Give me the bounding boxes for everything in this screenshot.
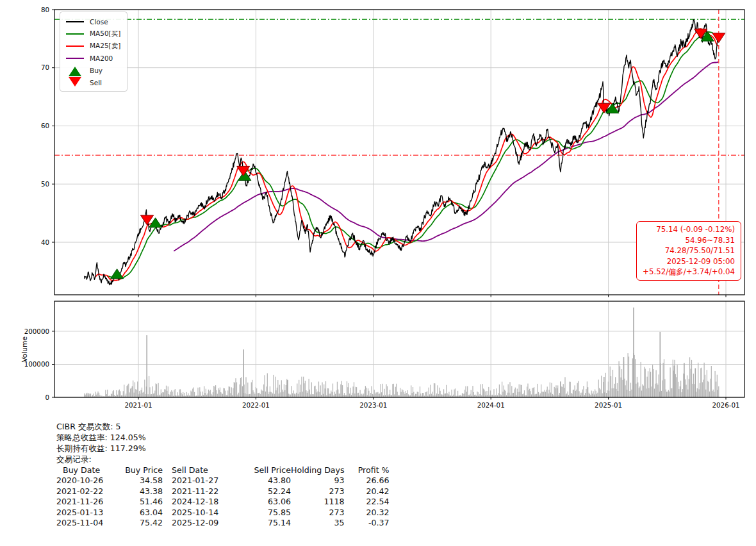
y-tick-label: 40 (41, 238, 49, 246)
x-tick-label: 2023-01 (359, 401, 387, 409)
legend-marker-swatch (65, 67, 85, 74)
trade-col-header: Buy Price (122, 465, 163, 476)
trade-row: 2021-11-2651.462024-12-1863.06111822.54 (56, 497, 390, 507)
legend-label: Close (90, 18, 108, 26)
trade-cell: 20.42 (345, 486, 390, 497)
trade-cell: 34.58 (122, 476, 163, 486)
legend-label: MA50[买] (90, 29, 120, 38)
trade-table-header: Buy DateBuy PriceSell DateSell PriceHold… (56, 465, 390, 476)
annotation-line-2: 54.96~78.31 (643, 235, 735, 246)
strategy-summary: CIBR 交易次数: 5策略总收益率: 124.05%长期持有收益: 117.2… (56, 421, 390, 528)
price-annotation-box: 75.14 (-0.09 -0.12%)54.96~78.3174.28/75.… (636, 221, 741, 281)
legend-label: MA25[卖] (90, 42, 120, 51)
trade-row: 2025-01-1363.042025-10-1475.8527320.32 (56, 508, 390, 518)
y-tick-label: 50 (41, 180, 49, 188)
summary-lines: CIBR 交易次数: 5策略总收益率: 124.05%长期持有收益: 117.2… (56, 421, 390, 465)
y-tick-label: 80 (41, 6, 49, 13)
trade-col-header: Profit % (345, 465, 390, 476)
trade-cell: 20.32 (345, 508, 390, 518)
legend-line-swatch (65, 58, 85, 59)
legend-item-sell: Sell (65, 76, 120, 88)
legend-item-close: Close (65, 15, 120, 28)
trade-cell: 52.24 (243, 486, 291, 497)
legend-line-swatch (65, 33, 85, 35)
trade-cell: 2020-10-26 (56, 476, 122, 486)
annotation-line-3: 74.28/75.50/71.51 (643, 245, 735, 256)
trade-col-header: Holding Days (291, 465, 345, 476)
trade-col-header: Buy Date (56, 465, 122, 476)
trade-row: 2025-11-0475.422025-12-0975.1435-0.37 (56, 518, 390, 528)
trade-cell: 2025-01-13 (56, 508, 122, 518)
line-swatch-icon (66, 46, 84, 47)
legend-label: Sell (90, 79, 102, 87)
annotation-line-1: 75.14 (-0.09 -0.12%) (643, 224, 735, 235)
x-tick-label: 2024-01 (477, 401, 505, 409)
trade-cell: 2021-11-22 (163, 486, 243, 497)
volume-axis-title: Volume (21, 336, 29, 363)
summary-line-1: CIBR 交易次数: 5 (56, 421, 390, 432)
close-line (85, 20, 719, 285)
trade-cell: 1118 (291, 497, 345, 507)
trade-cell: 273 (291, 486, 345, 497)
summary-line-4: 交易记录: (56, 454, 390, 465)
trade-cell: 26.66 (345, 476, 390, 486)
summary-line-2: 策略总收益率: 124.05% (56, 432, 390, 443)
legend-item-ma25: MA25[卖] (65, 40, 120, 52)
tick-labels: 405060708001000002000002021-012022-01202… (24, 6, 740, 409)
x-tick-label: 2022-01 (242, 401, 270, 409)
trade-cell: 2021-11-26 (56, 497, 122, 507)
trade-cell: 2025-12-09 (163, 518, 243, 528)
x-tick-label: 2026-01 (712, 401, 739, 409)
legend-line-swatch (65, 21, 85, 22)
legend-item-ma200: MA200 (65, 52, 120, 64)
trade-cell: 93 (291, 476, 345, 486)
volume-spike-bars (146, 308, 696, 397)
annotation-line-4: 2025-12-09 05:00 (643, 256, 735, 267)
trade-cell: 273 (291, 508, 345, 518)
buy-triangle-icon (69, 67, 81, 76)
trade-cell: -0.37 (345, 518, 390, 528)
trade-table: Buy DateBuy PriceSell DateSell PriceHold… (56, 465, 390, 528)
tick-marks (52, 10, 726, 400)
trade-col-header: Sell Price (243, 465, 291, 476)
trade-cell: 2024-12-18 (163, 497, 243, 507)
trade-cell: 22.54 (345, 497, 390, 507)
trade-col-header: Sell Date (163, 465, 243, 476)
trade-cell: 2021-01-27 (163, 476, 243, 486)
trade-cell: 63.04 (122, 508, 163, 518)
legend-marker-swatch (65, 79, 85, 87)
trade-cell: 2025-10-14 (163, 508, 243, 518)
legend-item-buy: Buy (65, 64, 120, 76)
legend: CloseMA50[买]MA25[卖]MA200BuySell (60, 12, 127, 92)
trade-row: 2020-10-2634.582021-01-2743.809326.66 (56, 476, 390, 486)
line-swatch-icon (66, 21, 84, 22)
trade-cell: 75.42 (122, 518, 163, 528)
legend-label: MA200 (90, 54, 113, 62)
trade-cell: 35 (291, 518, 345, 528)
line-swatch-icon (66, 33, 84, 35)
x-tick-label: 2021-01 (124, 401, 152, 409)
legend-line-swatch (65, 46, 85, 47)
trade-cell: 2025-11-04 (56, 518, 122, 528)
y-tick-label: 70 (41, 63, 49, 71)
y-tick-label: 60 (41, 122, 49, 129)
trading-chart-page: 405060708001000002000002021-012022-01202… (0, 0, 756, 546)
volume-tick-label: 0 (45, 393, 49, 401)
trade-cell: 43.38 (122, 486, 163, 497)
annotation-line-5: +5.52/偏多/+3.74/+0.04 (643, 267, 735, 277)
trade-cell: 75.14 (243, 518, 291, 528)
trade-cell: 63.06 (243, 497, 291, 507)
trade-cell: 2021-02-22 (56, 486, 122, 497)
volume-tick-label: 200000 (24, 327, 49, 335)
grid-lines (54, 10, 744, 397)
legend-item-ma50: MA50[买] (65, 28, 120, 40)
trade-row: 2021-02-2243.382021-11-2252.2427320.42 (56, 486, 390, 497)
trade-cell: 51.46 (122, 497, 163, 507)
sell-triangle-icon (69, 77, 81, 87)
trade-cell: 43.80 (243, 476, 291, 486)
trade-cell: 75.85 (243, 508, 291, 518)
x-tick-label: 2025-01 (595, 401, 622, 409)
legend-label: Buy (90, 67, 103, 74)
line-swatch-icon (66, 58, 84, 59)
summary-line-3: 长期持有收益: 117.29% (56, 443, 390, 454)
